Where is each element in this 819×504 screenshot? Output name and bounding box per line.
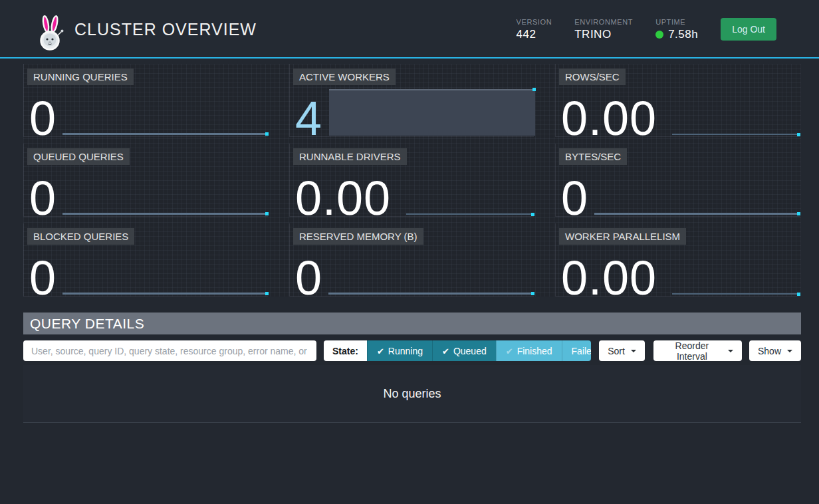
query-details-panel: QUERY DETAILS State: Running Queued Fini… [23, 313, 801, 423]
spark-dot-icon [797, 133, 800, 136]
caret-down-icon [728, 350, 733, 352]
spark-dot-icon [265, 292, 269, 295]
sparkline [62, 133, 268, 135]
spark-dot-icon [265, 132, 269, 136]
stat-value: 0.00 [561, 254, 657, 302]
uptime-value: 7.58h [668, 28, 698, 41]
stat-value: 0 [29, 94, 57, 142]
stat-label: RESERVED MEMORY (B) [293, 228, 423, 245]
sparkline [62, 213, 268, 215]
environment-value: TRINO [574, 28, 633, 41]
stat-label: WORKER PARALLELISM [559, 228, 686, 245]
stat-tile-blocked-queries: BLOCKED QUERIES 0 [23, 223, 268, 297]
trino-bunny-logo-icon [36, 15, 65, 52]
sparkline [328, 293, 534, 295]
spark-dot-icon [265, 212, 269, 215]
uptime-block: UPTIME 7.58h [655, 18, 698, 41]
stat-tile-active-workers: ACTIVE WORKERS 4 [289, 64, 534, 137]
stat-label: BYTES/SEC [559, 148, 627, 165]
stat-tile-queued-queries: QUEUED QUERIES 0 [23, 144, 268, 217]
show-label: Show [758, 346, 781, 356]
environment-block: ENVIRONMENT TRINO [574, 18, 633, 41]
stat-label: ACTIVE WORKERS [293, 68, 396, 85]
sort-dropdown-button[interactable]: Sort [599, 340, 645, 361]
app-header: CLUSTER OVERVIEW VERSION 442 ENVIRONMENT… [0, 0, 819, 59]
spark-dot-icon [797, 212, 800, 215]
sparkline [594, 213, 800, 215]
version-value: 442 [517, 28, 552, 41]
stat-value: 0.00 [295, 174, 391, 222]
version-block: VERSION 442 [517, 18, 552, 41]
panel-title: QUERY DETAILS [23, 313, 801, 334]
state-filter-running[interactable]: Running [367, 340, 432, 361]
state-filter-finished[interactable]: Finished [496, 340, 562, 361]
uptime-label: UPTIME [655, 18, 698, 26]
logout-button[interactable]: Log Out [721, 18, 776, 41]
stat-label: ROWS/SEC [559, 68, 626, 85]
sparkline [62, 293, 268, 295]
caret-down-icon [631, 350, 636, 352]
query-search-input[interactable] [23, 340, 316, 361]
stat-tile-worker-parallelism: WORKER PARALLELISM 0.00 [555, 223, 800, 297]
spark-dot-icon [531, 213, 534, 216]
state-filter-running-label: Running [388, 346, 423, 356]
state-filter-group: State: Running Queued Finished Failed [324, 340, 591, 361]
reorder-interval-label: Reorder Interval [662, 340, 722, 362]
check-icon [506, 346, 513, 356]
stat-value: 0 [29, 254, 57, 302]
stat-label: RUNNING QUERIES [27, 68, 134, 85]
sparkline [672, 134, 800, 135]
uptime-value-row: 7.58h [655, 28, 698, 41]
state-filter-label: State: [324, 340, 367, 361]
query-toolbar: State: Running Queued Finished Failed So… [23, 340, 801, 361]
state-filter-queued[interactable]: Queued [432, 340, 496, 361]
stat-label: BLOCKED QUERIES [27, 228, 134, 245]
stat-value: 0.00 [561, 94, 657, 142]
state-filter-finished-label: Finished [517, 346, 552, 356]
stat-label: QUEUED QUERIES [27, 148, 130, 165]
stat-tile-bytes-per-sec: BYTES/SEC 0 [555, 144, 800, 217]
cluster-stats-grid: RUNNING QUERIES 0 ACTIVE WORKERS 4 ROWS/… [23, 64, 801, 297]
stat-value: 0 [561, 174, 588, 222]
stat-tile-running-queries: RUNNING QUERIES 0 [23, 64, 268, 137]
query-list-empty-state: No queries [23, 365, 801, 423]
sparkline-area [329, 89, 535, 136]
check-icon [442, 346, 449, 356]
spark-dot-icon [532, 88, 536, 91]
stat-label: RUNNABLE DRIVERS [293, 148, 407, 165]
stat-value: 4 [295, 94, 322, 142]
version-label: VERSION [517, 18, 552, 26]
stat-tile-rows-per-sec: ROWS/SEC 0.00 [555, 64, 800, 137]
sparkline [406, 213, 534, 215]
stat-tile-runnable-drivers: RUNNABLE DRIVERS 0.00 [289, 144, 534, 217]
stat-value: 0 [295, 254, 322, 302]
show-dropdown-button[interactable]: Show [749, 340, 801, 361]
state-filter-failed-dropdown[interactable]: Failed [562, 340, 592, 361]
spark-dot-icon [531, 292, 534, 295]
sparkline [672, 293, 800, 295]
stat-value: 0 [29, 174, 57, 222]
state-filter-failed-label: Failed [572, 346, 592, 356]
page-title: CLUSTER OVERVIEW [74, 0, 257, 59]
empty-message: No queries [383, 387, 441, 401]
caret-down-icon [787, 350, 792, 352]
check-icon [377, 346, 384, 356]
reorder-interval-dropdown-button[interactable]: Reorder Interval [653, 340, 742, 361]
header-meta: VERSION 442 ENVIRONMENT TRINO UPTIME 7.5… [517, 0, 776, 59]
state-filter-queued-label: Queued [453, 346, 487, 356]
environment-label: ENVIRONMENT [574, 18, 633, 26]
stat-tile-reserved-memory: RESERVED MEMORY (B) 0 [289, 223, 534, 297]
spark-dot-icon [797, 293, 800, 296]
status-dot-icon [655, 31, 663, 39]
sort-label: Sort [608, 346, 625, 356]
